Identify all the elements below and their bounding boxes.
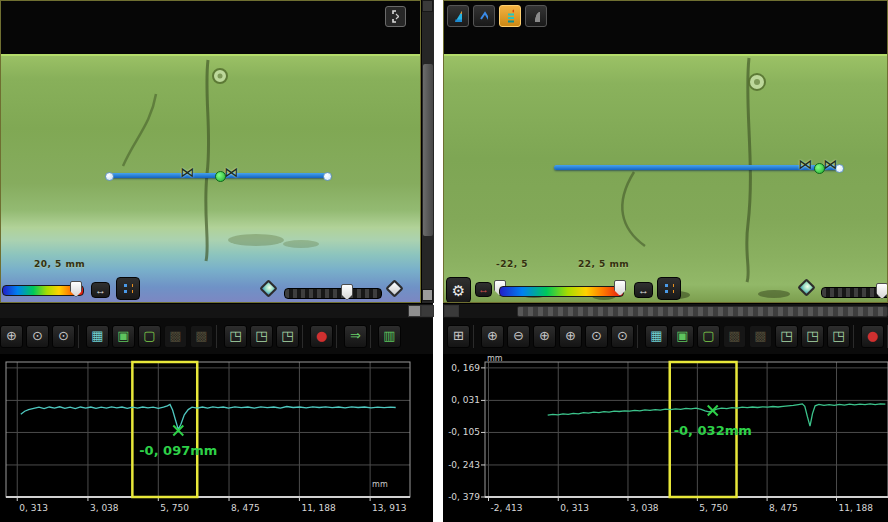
vscroll-down-button[interactable]: [422, 289, 433, 301]
display-frame-button[interactable]: ▢: [138, 325, 161, 348]
left-vertical-scrollbar[interactable]: [421, 0, 434, 303]
surface-bubble-core: [754, 79, 760, 85]
display-frame-button[interactable]: ▢: [697, 325, 720, 348]
x-tick-label: 0, 313: [560, 503, 589, 513]
y-tick-label: -0, 379: [448, 492, 480, 502]
measure-endpoint-right[interactable]: [323, 172, 332, 181]
fullscreen-button[interactable]: [385, 6, 406, 27]
display-dots-button[interactable]: [657, 277, 681, 300]
profile-map-button[interactable]: [473, 5, 495, 27]
toolbar-separator: [853, 325, 858, 348]
zoom-redo-button[interactable]: ⊙: [52, 325, 75, 348]
zoom-in-button[interactable]: ⊕: [481, 325, 504, 348]
position-slider[interactable]: [284, 288, 382, 299]
right-horizontal-scrollbar[interactable]: [443, 303, 888, 318]
region-zoom-y-button[interactable]: ◳: [827, 325, 850, 348]
wave-icon: [480, 9, 488, 23]
vscroll-up-button[interactable]: [422, 0, 433, 12]
zoom-redo-button[interactable]: ⊙: [611, 325, 634, 348]
profile-mode-button[interactable]: ⊞: [447, 325, 470, 348]
measure-endpoint-left[interactable]: [105, 172, 114, 181]
left-chart-toolbar: ⊕⊙⊙▦▣▢▩▩◳◳◳●⇒▥: [0, 318, 433, 354]
y-tick-label: -0, 243: [448, 460, 480, 470]
x-tick-label: 5, 750: [160, 503, 189, 513]
left-measure-line[interactable]: ⋈ ⋈: [107, 173, 331, 178]
multi-profile-button[interactable]: [499, 5, 521, 27]
tool-disabled-2-button: ▩: [749, 325, 772, 348]
measure-x-marker-1[interactable]: ⋈: [180, 165, 194, 179]
left-profile-chart[interactable]: 0, 3133, 0385, 7508, 47511, 18813, 913mm…: [0, 354, 433, 522]
measure-center-point[interactable]: [814, 163, 825, 174]
dots-grid-icon: [123, 283, 133, 294]
display-grid-button[interactable]: ▦: [86, 325, 109, 348]
right-image-viewer: ⋈ ⋈: [443, 0, 888, 303]
copy-view-button[interactable]: ▥: [378, 325, 401, 348]
zoom-drag-button[interactable]: ⊕: [0, 325, 23, 348]
hscroll-thumb[interactable]: [517, 306, 888, 317]
surface-bubble-core: [218, 74, 223, 79]
measure-x-marker-2[interactable]: ⋈: [224, 165, 238, 179]
toolbar-separator: [370, 325, 375, 348]
zoom-undo-button[interactable]: ⊙: [585, 325, 608, 348]
display-image-button[interactable]: ▣: [112, 325, 135, 348]
scratch-vertical: [747, 58, 751, 282]
fullscreen-icon: [392, 10, 399, 23]
edge-debris: [758, 290, 790, 298]
zoom-undo-button[interactable]: ⊙: [26, 325, 49, 348]
mountain-icon: [454, 9, 462, 23]
x-tick-label: 11, 188: [839, 503, 874, 513]
record-button[interactable]: ●: [310, 325, 333, 348]
region-zoom-y-button[interactable]: ◳: [276, 325, 299, 348]
range-reset-button[interactable]: ↔: [634, 282, 653, 298]
x-tick-label: 8, 475: [231, 503, 260, 513]
zoom-fit-v-button[interactable]: ⊕: [559, 325, 582, 348]
scratch-curved: [622, 172, 645, 246]
vscroll-thumb[interactable]: [423, 64, 433, 236]
record-button[interactable]: ●: [861, 325, 884, 348]
x-tick-label: 5, 750: [699, 503, 728, 513]
height-map-button[interactable]: [447, 5, 469, 27]
left-horizontal-scrollbar[interactable]: [0, 303, 433, 318]
display-grid-button[interactable]: ▦: [645, 325, 668, 348]
x-tick-label: 3, 038: [90, 503, 119, 513]
toolbar-separator: [302, 325, 307, 348]
red-range-icon: ↔: [478, 284, 489, 295]
measure-value-label: -0, 032mm: [674, 423, 752, 438]
range-reset-button[interactable]: ↔: [91, 282, 110, 298]
left-capture-panel: ⋈ ⋈ 20, 5 mm ↔ ⊕⊙⊙▦▣▢▩▩◳◳◳●⇒▥ 0, 3133, 0…: [0, 0, 433, 522]
x-tick-label: 8, 475: [769, 503, 798, 513]
region-zoom-x-button[interactable]: ◳: [250, 325, 273, 348]
right-measure-line[interactable]: ⋈ ⋈: [554, 165, 843, 170]
region-zoom-button[interactable]: ◳: [224, 325, 247, 348]
settings-button[interactable]: ⚙: [446, 277, 471, 303]
surface-smudge: [228, 234, 284, 246]
zoom-out-button[interactable]: ⊖: [507, 325, 530, 348]
scale-min-label: -22, 5: [496, 259, 528, 269]
measure-center-point[interactable]: [215, 171, 226, 182]
hscroll-start-button[interactable]: [444, 305, 459, 317]
display-dots-button[interactable]: [116, 277, 140, 300]
toolbar-separator: [473, 325, 478, 348]
region-zoom-x-button[interactable]: ◳: [801, 325, 824, 348]
zoom-fit-h-button[interactable]: ⊕: [533, 325, 556, 348]
scratch-vertical: [206, 60, 209, 261]
tool-disabled-1-button: ▩: [164, 325, 187, 348]
right-chart-toolbar: ⊞⊕⊖⊕⊕⊙⊙▦▣▢▩▩◳◳◳●⇒▥: [443, 318, 888, 354]
x-tick-label: 13, 913: [372, 503, 406, 513]
height-scale-label: 20, 5 mm: [34, 259, 85, 269]
x-tick-label: 3, 038: [630, 503, 659, 513]
hscroll-end-button[interactable]: [408, 305, 421, 317]
range-arrows-icon: ↔: [95, 285, 106, 296]
height-colorbar[interactable]: [499, 286, 624, 297]
x-tick-label: 0, 313: [19, 503, 48, 513]
x-tick-label: 11, 188: [301, 503, 336, 513]
right-profile-chart[interactable]: -2, 4130, 3133, 0385, 7508, 47511, 1880,…: [443, 354, 888, 522]
measure-x-marker-1[interactable]: ⋈: [798, 157, 812, 171]
texture-map-button[interactable]: [525, 5, 547, 27]
measure-x-marker-2[interactable]: ⋈: [823, 157, 837, 171]
display-image-button[interactable]: ▣: [671, 325, 694, 348]
auto-range-button[interactable]: ↔: [475, 282, 492, 297]
export-image-button[interactable]: ⇒: [344, 325, 367, 348]
scroll-corner: [421, 305, 434, 317]
region-zoom-button[interactable]: ◳: [775, 325, 798, 348]
